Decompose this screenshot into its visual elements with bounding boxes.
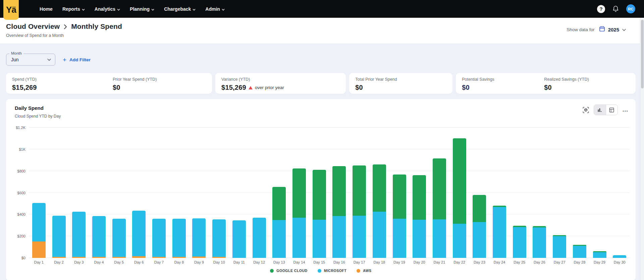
bar-segment-microsoft[interactable] — [253, 218, 266, 258]
bar-segment-microsoft[interactable] — [152, 219, 166, 257]
bar-segment-microsoft[interactable] — [493, 207, 506, 258]
app-logo[interactable]: Yä — [3, 0, 19, 20]
year-picker[interactable]: Show data for 2025 — [567, 26, 626, 33]
bar-segment-google-cloud[interactable] — [332, 166, 346, 216]
legend-item-microsoft[interactable]: MICROSOFT — [318, 269, 347, 273]
bar-segment-aws[interactable] — [92, 257, 106, 258]
bar-segment-microsoft[interactable] — [272, 220, 286, 258]
nav-item-analytics[interactable]: Analytics — [95, 6, 120, 12]
breadcrumb-parent[interactable]: Cloud Overview — [6, 22, 60, 30]
help-icon[interactable]: ? — [597, 5, 605, 13]
bar-segment-google-cloud[interactable] — [353, 165, 366, 216]
bar-segment-google-cloud[interactable] — [413, 175, 426, 220]
bar-day-2[interactable] — [52, 216, 66, 258]
explore-focus-icon[interactable] — [583, 107, 589, 113]
bar-day-26[interactable] — [533, 226, 546, 258]
bar-segment-microsoft[interactable] — [433, 219, 446, 258]
bar-day-20[interactable] — [413, 175, 426, 258]
bar-segment-microsoft[interactable] — [172, 219, 186, 257]
bar-segment-aws[interactable] — [192, 257, 206, 258]
legend-item-aws[interactable]: AWS — [357, 269, 371, 273]
bar-day-28[interactable] — [573, 245, 586, 258]
bar-segment-microsoft[interactable] — [132, 211, 146, 256]
bar-segment-microsoft[interactable] — [613, 255, 626, 258]
bar-day-9[interactable] — [192, 218, 206, 258]
bar-segment-google-cloud[interactable] — [292, 168, 306, 218]
bar-segment-aws[interactable] — [32, 241, 46, 258]
bar-segment-microsoft[interactable] — [192, 218, 206, 257]
bar-segment-google-cloud[interactable] — [473, 195, 486, 222]
bar-segment-microsoft[interactable] — [92, 216, 106, 257]
nav-item-chargeback[interactable]: Chargeback — [164, 6, 196, 12]
bar-segment-microsoft[interactable] — [72, 212, 86, 257]
bar-day-3[interactable] — [72, 212, 86, 258]
bar-segment-microsoft[interactable] — [553, 236, 566, 258]
bar-segment-aws[interactable] — [152, 257, 166, 258]
nav-item-planning[interactable]: Planning — [130, 6, 154, 12]
bar-segment-microsoft[interactable] — [332, 216, 346, 258]
bar-day-18[interactable] — [373, 164, 386, 258]
bar-day-11[interactable] — [232, 220, 246, 258]
bar-day-16[interactable] — [332, 166, 346, 258]
bar-segment-aws[interactable] — [112, 257, 126, 258]
bar-day-30[interactable] — [613, 255, 626, 258]
bar-segment-microsoft[interactable] — [32, 203, 46, 241]
bar-segment-microsoft[interactable] — [473, 222, 486, 258]
nav-item-reports[interactable]: Reports — [62, 6, 85, 12]
bar-segment-microsoft[interactable] — [232, 220, 246, 258]
bar-day-19[interactable] — [393, 174, 406, 258]
bar-day-27[interactable] — [553, 235, 566, 258]
bar-chart-view-button[interactable] — [594, 105, 606, 115]
bar-segment-microsoft[interactable] — [52, 216, 66, 257]
page-scrollbar[interactable] — [640, 18, 644, 280]
bar-segment-microsoft[interactable] — [533, 227, 546, 258]
add-filter-button[interactable]: + Add Filter — [63, 57, 91, 63]
bar-segment-aws[interactable] — [132, 256, 146, 258]
bar-segment-aws[interactable] — [212, 257, 226, 258]
bar-segment-microsoft[interactable] — [453, 224, 466, 258]
bar-segment-microsoft[interactable] — [212, 219, 226, 257]
bar-segment-google-cloud[interactable] — [313, 170, 326, 219]
nav-item-home[interactable]: Home — [40, 6, 53, 12]
nav-item-admin[interactable]: Admin — [205, 6, 225, 12]
table-view-button[interactable] — [606, 105, 618, 115]
page-scrollbar-thumb[interactable] — [641, 20, 644, 88]
bar-segment-aws[interactable] — [52, 257, 66, 258]
bar-day-4[interactable] — [92, 216, 106, 258]
bar-segment-aws[interactable] — [72, 257, 86, 258]
bar-segment-microsoft[interactable] — [413, 220, 426, 258]
bar-segment-microsoft[interactable] — [292, 218, 306, 258]
notifications-bell-icon[interactable] — [612, 5, 619, 12]
bar-day-7[interactable] — [152, 219, 166, 258]
bar-day-10[interactable] — [212, 219, 226, 258]
bar-day-24[interactable] — [493, 206, 506, 258]
user-avatar[interactable]: RC — [626, 4, 635, 13]
bar-day-25[interactable] — [513, 226, 526, 258]
bar-day-21[interactable] — [433, 158, 446, 258]
bar-day-13[interactable] — [272, 187, 286, 258]
bar-segment-microsoft[interactable] — [373, 212, 386, 258]
bar-segment-google-cloud[interactable] — [453, 138, 466, 223]
bar-day-22[interactable] — [453, 138, 466, 258]
more-options-icon[interactable]: ... — [623, 107, 628, 113]
bar-day-5[interactable] — [112, 219, 126, 258]
bar-segment-microsoft[interactable] — [313, 220, 326, 258]
bar-day-23[interactable] — [473, 195, 486, 258]
bar-segment-microsoft[interactable] — [573, 246, 586, 258]
kpi-value-link[interactable]: $0 — [462, 84, 544, 91]
bar-day-29[interactable] — [593, 251, 606, 258]
bar-day-14[interactable] — [292, 168, 306, 258]
legend-item-google-cloud[interactable]: GOOGLE CLOUD — [270, 269, 307, 273]
bar-segment-google-cloud[interactable] — [433, 158, 446, 219]
bar-segment-google-cloud[interactable] — [272, 187, 286, 220]
bar-segment-microsoft[interactable] — [513, 227, 526, 258]
bar-segment-aws[interactable] — [172, 257, 186, 258]
bar-day-1[interactable] — [32, 203, 46, 258]
bar-segment-microsoft[interactable] — [393, 219, 406, 258]
bar-day-12[interactable] — [253, 218, 266, 258]
bar-segment-google-cloud[interactable] — [393, 174, 406, 219]
bar-segment-microsoft[interactable] — [353, 216, 366, 258]
bar-segment-google-cloud[interactable] — [373, 164, 386, 212]
bar-day-8[interactable] — [172, 219, 186, 258]
bar-segment-microsoft[interactable] — [593, 252, 606, 258]
